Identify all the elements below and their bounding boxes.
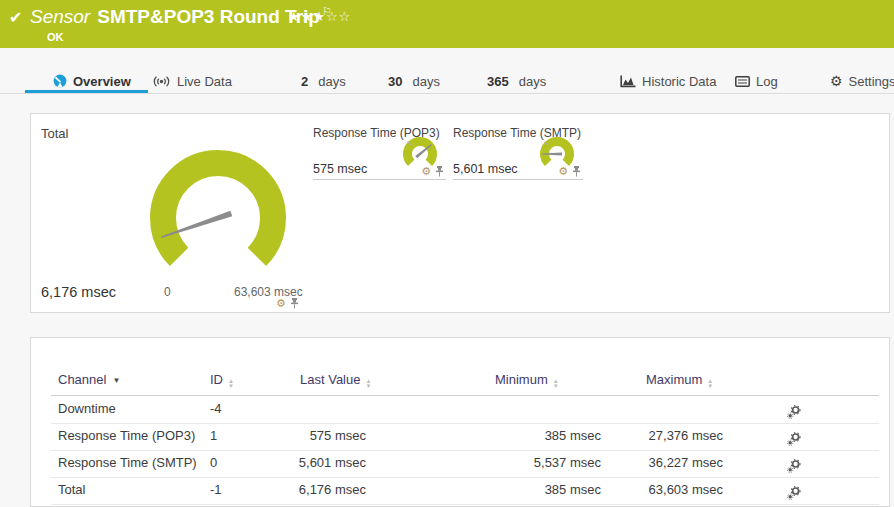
channel-minimum: 385 msec — [471, 477, 601, 503]
sensor-header-bar: ✔ SensorSMTP&POP3 Round Trip⚐ OK ★★★☆☆ — [0, 0, 894, 48]
broadcast-icon — [152, 75, 171, 88]
edit-channel-gears-icon[interactable] — [787, 483, 801, 507]
total-gauge-actions: ⚙ — [276, 298, 299, 309]
total-gauge-min-label: 0 — [164, 285, 171, 299]
channel-maximum: 27,376 msec — [601, 423, 723, 449]
gauges-panel: Total 6,176 msec 0 63,603 msec ⚙ Respons… — [30, 113, 890, 313]
channels-table-panel: Channel▼ ID▲▼ Last Value▲▼ Minimum▲▼ Max… — [30, 337, 890, 507]
channel-last-value: 5,601 msec — [231, 450, 366, 476]
total-gauge-label: Total — [41, 126, 68, 141]
pin-icon[interactable] — [290, 298, 299, 309]
channel-minimum: 385 msec — [471, 423, 601, 449]
total-gauge-max-label: 63,603 msec — [234, 285, 303, 299]
tab-30-days[interactable]: 30days — [388, 72, 440, 90]
pin-icon[interactable] — [435, 166, 444, 177]
total-gauge — [123, 140, 313, 300]
channel-id: -4 — [210, 396, 222, 422]
tab-overview[interactable]: Overview — [53, 72, 131, 90]
sort-icon: ▲▼ — [228, 379, 234, 389]
table-row-pop3: Response Time (POP3) 1 575 msec 385 msec… — [51, 423, 879, 451]
sort-icon: ▲▼ — [365, 379, 371, 389]
pin-icon[interactable] — [572, 166, 581, 177]
channel-id: 0 — [210, 450, 217, 476]
smtp-gauge-value: 5,601 msec — [453, 162, 518, 176]
table-row-downtime: Downtime -4 — [51, 396, 879, 424]
sort-desc-icon: ▼ — [112, 376, 120, 385]
channel-name: Total — [58, 477, 85, 503]
channel-maximum: 63,603 msec — [601, 477, 723, 503]
tab-live-data[interactable]: Live Data — [152, 72, 232, 90]
smtp-gauge-actions: ⚙ — [558, 166, 581, 177]
channel-last-value: 575 msec — [231, 423, 366, 449]
tab-log[interactable]: Log — [735, 72, 778, 90]
channel-name: Response Time (POP3) — [58, 423, 195, 449]
channel-minimum: 5,537 msec — [471, 450, 601, 476]
gauge-settings-gear-icon[interactable]: ⚙ — [558, 167, 568, 177]
tab-settings[interactable]: ⚙ Settings — [830, 72, 894, 90]
column-header-channel[interactable]: Channel▼ — [58, 372, 120, 387]
tab-bar-divider — [0, 93, 894, 94]
gauge-settings-gear-icon[interactable]: ⚙ — [276, 299, 286, 309]
log-icon — [735, 76, 750, 87]
tab-historic-data[interactable]: Historic Data — [620, 72, 716, 90]
area-chart-icon — [620, 75, 636, 88]
column-header-id[interactable]: ID▲▼ — [210, 372, 234, 389]
tab-2-days[interactable]: 2days — [301, 72, 346, 90]
pop3-gauge-value: 575 msec — [313, 162, 367, 176]
pop3-gauge-actions: ⚙ — [421, 166, 444, 177]
pop3-gauge-block: Response Time (POP3) 575 msec ⚙ — [313, 122, 446, 180]
channel-id: 1 — [210, 423, 217, 449]
channel-maximum: 36,227 msec — [601, 450, 723, 476]
page-title: SensorSMTP&POP3 Round Trip⚐ — [30, 6, 332, 28]
column-header-last-value[interactable]: Last Value▲▼ — [300, 372, 371, 389]
object-kind-label: Sensor — [30, 6, 90, 27]
sort-icon: ▲▼ — [707, 379, 713, 389]
gauge-icon — [53, 74, 67, 88]
gauge-settings-gear-icon[interactable]: ⚙ — [421, 167, 431, 177]
channel-name: Response Time (SMTP) — [58, 450, 197, 476]
channel-id: -1 — [210, 477, 222, 503]
column-header-maximum[interactable]: Maximum▲▼ — [646, 372, 713, 389]
total-gauge-value: 6,176 msec — [41, 284, 116, 300]
active-tab-underline — [25, 90, 148, 93]
column-header-minimum[interactable]: Minimum▲▼ — [495, 372, 559, 389]
channel-last-value: 6,176 msec — [231, 477, 366, 503]
channel-name: Downtime — [58, 396, 116, 422]
priority-stars[interactable]: ★★★☆☆ — [288, 9, 351, 24]
status-check-icon: ✔ — [9, 8, 22, 27]
sensor-name: SMTP&POP3 Round Trip — [97, 6, 320, 27]
tab-365-days[interactable]: 365days — [487, 72, 546, 90]
smtp-gauge-block: Response Time (SMTP) 5,601 msec ⚙ — [453, 122, 583, 180]
table-row-total: Total -1 6,176 msec 385 msec 63,603 msec — [51, 477, 879, 505]
sort-icon: ▲▼ — [553, 379, 559, 389]
table-row-smtp: Response Time (SMTP) 0 5,601 msec 5,537 … — [51, 450, 879, 478]
status-badge: OK — [47, 31, 64, 43]
gear-icon: ⚙ — [830, 74, 843, 88]
